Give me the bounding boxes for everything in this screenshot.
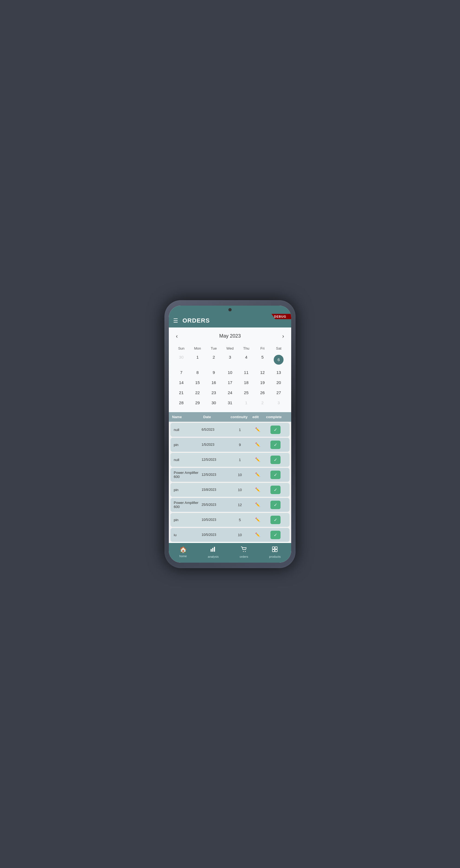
cell-edit-6[interactable]: ✏️ [251,517,265,522]
calendar-day-4-6[interactable]: 3 [271,398,287,408]
col-header-continuity: continuity [231,415,252,419]
next-month-button[interactable]: › [279,332,287,340]
complete-button-5[interactable]: ✓ [270,501,280,509]
nav-item-home[interactable]: 🏠 home [176,545,190,559]
calendar-day-2-4[interactable]: 18 [238,377,254,388]
calendar-day-0-5[interactable]: 5 [254,352,270,367]
calendar-day-4-1[interactable]: 29 [189,398,206,408]
cell-date-3: 12/5/2023 [202,473,229,476]
calendar-day-3-3[interactable]: 24 [222,388,238,398]
cell-name-7: iu [174,533,202,537]
cell-complete-3[interactable]: ✓ [265,471,286,479]
cell-complete-1[interactable]: ✓ [265,440,286,449]
cell-complete-7[interactable]: ✓ [265,531,286,539]
nav-item-products[interactable]: products [266,545,284,559]
calendar-grid: Sun Mon Tue Wed Thu Fri Sat 301234567891… [173,345,287,408]
calendar-day-4-0[interactable]: 28 [173,398,189,408]
calendar-day-1-2[interactable]: 9 [206,367,222,377]
cell-complete-2[interactable]: ✓ [265,456,286,464]
calendar-day-1-5[interactable]: 12 [254,367,270,377]
day-header-sun: Sun [173,345,189,352]
calendar-day-3-0[interactable]: 21 [173,388,189,398]
table-row: Power Amplifier 600 25/5/2023 12 ✏️ ✓ [171,498,289,512]
svg-point-4 [245,551,246,552]
edit-button-6[interactable]: ✏️ [255,517,260,522]
cell-date-1: 1/5/2023 [202,443,229,446]
edit-button-4[interactable]: ✏️ [255,487,260,492]
calendar-weeks: 3012345678910111213141516171819202122232… [173,352,287,408]
calendar-day-4-3[interactable]: 31 [222,398,238,408]
calendar-day-1-6[interactable]: 13 [271,367,287,377]
hamburger-icon[interactable]: ☰ [173,317,178,324]
table-row: null 6/5/2023 1 ✏️ ✓ [171,423,289,437]
edit-button-5[interactable]: ✏️ [255,502,260,507]
table-row: pin 10/5/2023 5 ✏️ ✓ [171,513,289,527]
col-header-name: Name [172,415,203,419]
nav-item-analysis[interactable]: analysis [205,545,222,559]
calendar-day-3-6[interactable]: 27 [271,388,287,398]
complete-button-7[interactable]: ✓ [270,531,280,539]
edit-button-2[interactable]: ✏️ [255,457,260,462]
cell-continuity-1: 9 [229,443,251,447]
calendar-day-3-1[interactable]: 22 [189,388,206,398]
home-icon: 🏠 [180,546,187,553]
calendar-day-0-3[interactable]: 3 [222,352,238,367]
complete-button-6[interactable]: ✓ [270,516,280,524]
cell-complete-5[interactable]: ✓ [265,501,286,509]
edit-button-3[interactable]: ✏️ [255,472,260,477]
calendar-day-1-4[interactable]: 11 [238,367,254,377]
cell-edit-5[interactable]: ✏️ [251,502,265,507]
calendar-day-4-5[interactable]: 2 [254,398,270,408]
calendar-day-3-4[interactable]: 25 [238,388,254,398]
calendar-day-1-3[interactable]: 10 [222,367,238,377]
nav-label-analysis: analysis [208,555,219,558]
complete-button-3[interactable]: ✓ [270,471,280,479]
cell-continuity-2: 1 [229,458,251,462]
complete-button-1[interactable]: ✓ [270,440,280,449]
cell-edit-0[interactable]: ✏️ [251,427,265,432]
table-row: pin 15/8/2023 10 ✏️ ✓ [171,483,289,497]
calendar-day-3-5[interactable]: 26 [254,388,270,398]
cell-edit-7[interactable]: ✏️ [251,532,265,537]
complete-button-0[interactable]: ✓ [270,426,280,434]
calendar-day-3-2[interactable]: 23 [206,388,222,398]
calendar-day-4-4[interactable]: 1 [238,398,254,408]
cell-complete-4[interactable]: ✓ [265,486,286,494]
calendar-day-2-1[interactable]: 15 [189,377,206,388]
edit-button-7[interactable]: ✏️ [255,532,260,537]
calendar-day-2-6[interactable]: 20 [271,377,287,388]
complete-button-4[interactable]: ✓ [270,486,280,494]
calendar-day-1-1[interactable]: 8 [189,367,206,377]
calendar-week-3: 21222324252627 [173,388,287,398]
day-header-fri: Fri [254,345,270,352]
col-header-date: Date [203,415,231,419]
svg-rect-1 [212,548,213,552]
orders-table-wrapper: Name Date continuity edit complete null … [169,412,291,542]
calendar-day-4-2[interactable]: 30 [206,398,222,408]
calendar-day-0-1[interactable]: 1 [189,352,206,367]
cell-date-2: 12/5/2023 [202,458,229,462]
calendar-day-0-6[interactable]: 6 [271,352,287,367]
complete-button-2[interactable]: ✓ [270,456,280,464]
calendar-day-2-3[interactable]: 17 [222,377,238,388]
calendar-day-0-0[interactable]: 30 [173,352,189,367]
calendar-day-headers: Sun Mon Tue Wed Thu Fri Sat [173,345,287,352]
edit-button-0[interactable]: ✏️ [255,427,260,432]
table-row: pin 1/5/2023 9 ✏️ ✓ [171,438,289,452]
cell-edit-3[interactable]: ✏️ [251,472,265,477]
prev-month-button[interactable]: ‹ [173,332,181,340]
calendar-day-2-2[interactable]: 16 [206,377,222,388]
cell-edit-2[interactable]: ✏️ [251,457,265,462]
calendar-day-1-0[interactable]: 7 [173,367,189,377]
edit-button-1[interactable]: ✏️ [255,442,260,447]
calendar-day-0-4[interactable]: 4 [238,352,254,367]
calendar-day-2-0[interactable]: 14 [173,377,189,388]
cell-edit-1[interactable]: ✏️ [251,442,265,447]
calendar-day-2-5[interactable]: 19 [254,377,270,388]
day-header-sat: Sat [271,345,287,352]
cell-complete-0[interactable]: ✓ [265,426,286,434]
cell-complete-6[interactable]: ✓ [265,516,286,524]
cell-edit-4[interactable]: ✏️ [251,487,265,492]
calendar-day-0-2[interactable]: 2 [206,352,222,367]
nav-item-orders[interactable]: orders [236,545,251,559]
